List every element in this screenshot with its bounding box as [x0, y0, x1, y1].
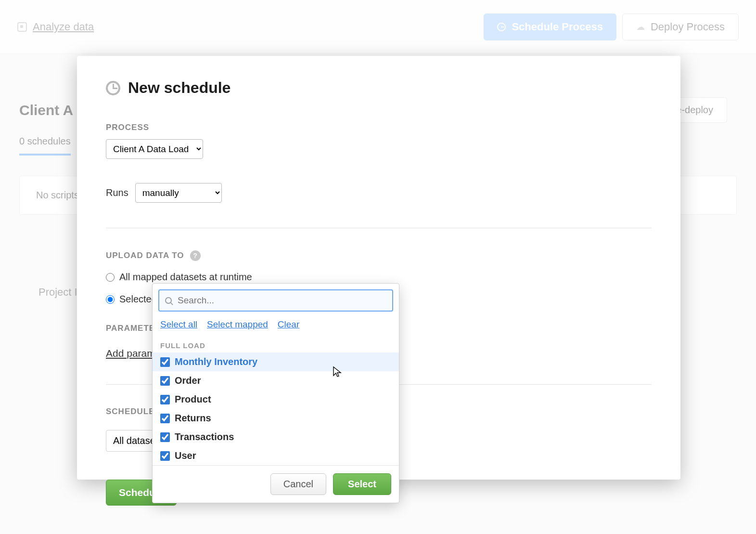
clear-link[interactable]: Clear — [278, 319, 299, 330]
analyze-data-link[interactable]: Analyze data — [17, 21, 94, 33]
help-icon[interactable]: ? — [190, 250, 201, 261]
process-select[interactable]: Client A Data Load — [106, 139, 203, 159]
topbar-actions: Schedule Process ☁ Deploy Process — [484, 13, 739, 40]
radio-all-mapped-label: All mapped datasets at runtime — [119, 272, 252, 283]
clock-icon — [106, 81, 120, 95]
schedule-process-label: Schedule Process — [512, 21, 603, 33]
dataset-item-label: Returns — [175, 413, 211, 424]
dataset-item[interactable]: Product — [153, 390, 399, 409]
dataset-item[interactable]: User — [153, 446, 399, 465]
select-button[interactable]: Select — [333, 473, 391, 495]
dataset-checkbox[interactable] — [160, 395, 170, 404]
analyze-data-label: Analyze data — [33, 21, 94, 33]
dataset-checkbox[interactable] — [160, 451, 170, 461]
modal-title: New schedule — [128, 79, 231, 97]
select-all-link[interactable]: Select all — [160, 319, 197, 330]
dataset-checkbox[interactable] — [160, 414, 170, 423]
cloud-icon: ☁ — [636, 22, 645, 32]
dataset-checkbox[interactable] — [160, 376, 170, 386]
radio-selected-label: Selected — [119, 294, 157, 305]
deploy-process-button[interactable]: ☁ Deploy Process — [622, 13, 739, 40]
dataset-item-label: Monthly Inventory — [175, 356, 257, 367]
dataset-item-label: Transactions — [175, 431, 234, 443]
dataset-item-label: Product — [175, 394, 211, 405]
deploy-process-label: Deploy Process — [651, 21, 725, 33]
dataset-item[interactable]: Monthly Inventory — [153, 352, 399, 371]
dataset-search-input[interactable] — [158, 289, 393, 312]
divider — [106, 228, 652, 228]
radio-all-mapped[interactable]: All mapped datasets at runtime — [106, 272, 652, 283]
dataset-item[interactable]: Order — [153, 371, 399, 390]
search-icon — [165, 297, 172, 304]
dataset-group-label: FULL LOAD — [153, 337, 399, 352]
dataset-list: Monthly InventoryOrderProductReturnsTran… — [153, 352, 399, 465]
upload-section-label: UPLOAD DATA TO — [106, 251, 184, 260]
dataset-item[interactable]: Transactions — [153, 428, 399, 446]
add-parameter-link[interactable]: Add param — [106, 348, 155, 359]
radio-all-mapped-input[interactable] — [106, 273, 115, 282]
datasets-dropdown-panel: Select all Select mapped Clear FULL LOAD… — [152, 283, 399, 503]
dataset-checkbox[interactable] — [160, 357, 170, 367]
runs-select[interactable]: manually — [135, 183, 222, 203]
dataset-item[interactable]: Returns — [153, 409, 399, 428]
cancel-button[interactable]: Cancel — [270, 473, 326, 495]
clock-icon — [497, 23, 506, 31]
radio-selected-input[interactable] — [106, 295, 115, 304]
process-section-label: PROCESS — [106, 123, 652, 132]
analyze-icon — [17, 22, 27, 32]
top-bar: Analyze data Schedule Process ☁ Deploy P… — [0, 0, 756, 54]
dataset-item-label: User — [175, 450, 196, 461]
schedule-process-button[interactable]: Schedule Process — [484, 13, 616, 40]
select-mapped-link[interactable]: Select mapped — [207, 319, 268, 330]
runs-label: Runs — [106, 187, 128, 198]
dataset-checkbox[interactable] — [160, 432, 170, 442]
dataset-item-label: Order — [175, 375, 201, 386]
schedules-tab[interactable]: 0 schedules — [19, 136, 71, 156]
